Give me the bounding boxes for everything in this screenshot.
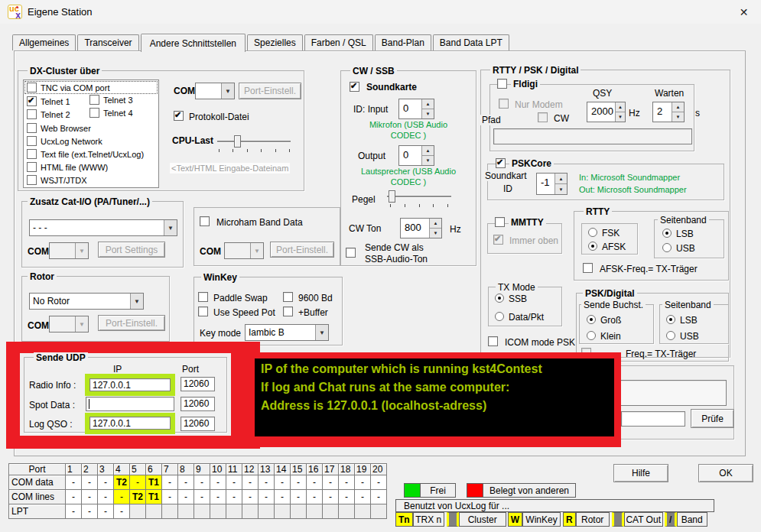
cpu-last-slider-track[interactable] [217, 141, 291, 142]
rotor-combo[interactable]: No Rotor▼ [29, 293, 144, 310]
dx-port-settings-button[interactable]: Port-Einstell. [239, 83, 301, 99]
pruefe-button[interactable]: Prüfe [691, 409, 734, 428]
gross-radio[interactable] [587, 315, 596, 324]
tab-allgemeines[interactable]: Allgemeines [12, 34, 76, 50]
immer-oben-checkbox[interactable] [493, 235, 503, 245]
port-cell: - [371, 475, 387, 490]
log-qso-ip-field[interactable]: 127.0.0.1 [89, 417, 171, 430]
spin-down-icon[interactable]: ▼ [430, 229, 441, 238]
zusatz-com-combo[interactable]: ▼ [49, 242, 89, 259]
fldigi-cw-checkbox[interactable] [538, 112, 548, 122]
microham-port-button[interactable]: Port-Einstell. [270, 242, 334, 258]
chevron-down-icon[interactable]: ▼ [315, 325, 328, 340]
psk-lsb-radio[interactable] [666, 315, 675, 324]
cw-ton-spinner[interactable]: 800 ▲▼ [400, 218, 442, 238]
spin-up-icon[interactable]: ▲ [672, 102, 684, 112]
spin-down-icon[interactable]: ▼ [672, 112, 684, 122]
pegel-slider-track[interactable] [387, 196, 451, 197]
fsk-radio[interactable] [588, 228, 597, 237]
telnet4-label: Telnet 4 [103, 109, 133, 118]
chevron-down-icon: ▼ [250, 243, 263, 258]
pfad-field[interactable] [493, 128, 692, 144]
buffer-checkbox[interactable] [283, 307, 293, 316]
spin-down-icon[interactable]: ▼ [422, 156, 434, 165]
afsk-radio[interactable] [588, 242, 597, 251]
key-mode-combo[interactable]: Iambic B▼ [245, 324, 329, 341]
cpu-last-slider-thumb[interactable] [234, 135, 241, 148]
protokoll-datei-checkbox[interactable] [174, 111, 184, 121]
chevron-down-icon[interactable]: ▼ [221, 83, 234, 99]
klein-radio[interactable] [587, 331, 596, 340]
web-browser-checkbox[interactable] [27, 123, 37, 133]
spin-up-icon[interactable]: ▲ [555, 174, 567, 184]
output-id-spinner[interactable]: 0 ▲▼ [398, 145, 434, 166]
tab-band-data-lpt[interactable]: Band Data LPT [433, 34, 509, 50]
data-pkt-radio[interactable] [495, 312, 504, 321]
log-qso-port-field[interactable]: 12060 [180, 417, 215, 431]
free-color-swatch [404, 483, 421, 498]
microham-checkbox[interactable] [200, 216, 210, 226]
spin-up-icon[interactable]: ▲ [422, 99, 434, 109]
input-id-spinner[interactable]: 0 ▲▼ [398, 99, 434, 119]
telnet3-checkbox[interactable] [89, 95, 99, 105]
zusatz-port-settings-button[interactable]: Port Settings [98, 242, 165, 258]
spot-data-port-field[interactable]: 12060 [180, 397, 215, 411]
dx-com-combo[interactable]: ▼ [195, 83, 235, 99]
hilfe-button[interactable]: Hilfe [613, 464, 668, 482]
tab-spezielles[interactable]: Spezielles [247, 34, 303, 50]
html-file-checkbox[interactable] [27, 162, 37, 172]
soundkarte-checkbox[interactable] [350, 82, 359, 92]
psk-usb-radio[interactable] [666, 331, 675, 340]
fldigi-checkbox[interactable] [497, 79, 507, 89]
spin-up-icon[interactable]: ▲ [616, 102, 625, 112]
spot-data-ip-field[interactable] [86, 397, 174, 411]
pskcore-id-spinner[interactable]: -1 ▲▼ [536, 173, 567, 195]
icom-mode-psk-checkbox[interactable] [488, 336, 498, 346]
rtty-usb-radio[interactable] [662, 243, 672, 252]
tab-farben-qsl[interactable]: Farben / QSL [304, 34, 373, 50]
telnet1-checkbox[interactable] [27, 96, 37, 106]
spin-down-icon[interactable]: ▼ [616, 112, 625, 122]
paddle-swap-checkbox[interactable] [198, 292, 208, 302]
radio-info-ip-field[interactable]: 127.0.0.1 [89, 378, 171, 391]
pskcore-checkbox[interactable] [496, 158, 506, 168]
sende-cw-checkbox[interactable] [346, 248, 356, 258]
rtty-lsb-radio[interactable] [662, 229, 672, 238]
close-icon[interactable]: ✕ [727, 0, 761, 24]
text-file-checkbox[interactable] [27, 149, 37, 159]
tab-band-plan[interactable]: Band-Plan [375, 34, 431, 50]
microham-com-combo[interactable]: ▼ [224, 242, 264, 259]
warten-spinner[interactable]: 2 ▲▼ [652, 102, 685, 122]
chevron-down-icon[interactable]: ▼ [130, 294, 143, 309]
ok-button[interactable]: OK [698, 464, 753, 482]
9600bd-checkbox[interactable] [283, 292, 293, 302]
pruefe-input-field[interactable] [621, 411, 685, 427]
tab-transceiver[interactable]: Transceiver [77, 34, 138, 50]
port-column-header: 5 [130, 464, 146, 475]
port-cell: - [226, 490, 242, 504]
use-speed-pot-checkbox[interactable] [198, 307, 208, 316]
spin-up-icon[interactable]: ▲ [430, 219, 441, 229]
telnet4-checkbox[interactable] [89, 108, 99, 118]
spin-down-icon[interactable]: ▼ [422, 109, 434, 118]
qsy-spinner[interactable]: 2000 ▲▼ [587, 102, 626, 122]
mmtty-checkbox[interactable] [495, 217, 505, 227]
rotor-port-settings-button[interactable]: Port-Einstell. [98, 315, 165, 331]
tab-andere-schnittstellen[interactable]: Andere Schnittstellen [141, 34, 246, 52]
rotor-com-combo[interactable]: ▼ [49, 316, 89, 332]
radio-info-port-field[interactable]: 12060 [180, 377, 215, 391]
spin-down-icon[interactable]: ▼ [555, 184, 567, 194]
icom-mode-psk-label: ICOM mode PSK [505, 337, 575, 348]
cluster-key-label: Cluster [459, 512, 506, 527]
wsjt-checkbox[interactable] [27, 175, 37, 185]
chevron-down-icon[interactable]: ▼ [164, 220, 177, 235]
ssb-radio[interactable] [495, 294, 504, 303]
pegel-slider-thumb[interactable] [389, 190, 395, 203]
tnc-checkbox[interactable] [27, 83, 37, 92]
zusatz-device-combo[interactable]: - - -▼ [29, 219, 177, 236]
telnet2-checkbox[interactable] [27, 109, 37, 119]
afsk-freq-checkbox[interactable] [583, 263, 593, 273]
nur-modem-checkbox[interactable] [499, 99, 509, 109]
spin-up-icon[interactable]: ▲ [422, 146, 434, 156]
ucxlog-network-checkbox[interactable] [27, 136, 37, 146]
